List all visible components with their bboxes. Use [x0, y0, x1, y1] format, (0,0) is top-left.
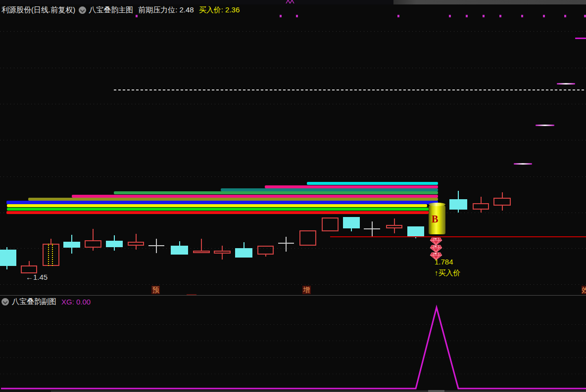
gridline: [0, 176, 586, 177]
candle-wick: [29, 261, 30, 265]
candle-body: [386, 225, 402, 228]
candle-wick: [114, 235, 115, 241]
candle-body: [43, 244, 59, 266]
resistance-dashed-line: [114, 89, 586, 90]
gridline: [0, 248, 586, 249]
candle-body: [171, 246, 188, 255]
candle-wick: [222, 246, 223, 251]
gridline: [0, 284, 586, 285]
candle-wick: [502, 206, 503, 211]
indicator-bar: [6, 201, 438, 204]
sub-chart-canvas: [0, 295, 586, 390]
candle-wick: [394, 218, 395, 225]
xg-line: [0, 295, 586, 390]
buy-signal-cylinder-top: [429, 203, 445, 206]
candle-wick: [136, 246, 137, 250]
candle-body: [235, 248, 252, 258]
event-tag-increase[interactable]: 增: [302, 286, 311, 294]
magenta-dot: [521, 15, 523, 17]
candle-wick: [93, 248, 94, 251]
magenta-dot: [499, 15, 501, 17]
candle-wick: [244, 242, 244, 248]
candle-body: [473, 203, 489, 210]
candle-body: [193, 251, 210, 253]
magenta-dot: [466, 15, 468, 17]
candle-body: [322, 218, 339, 231]
candle-body: [21, 265, 37, 273]
magenta-dot: [584, 15, 586, 17]
b-signal-label: B: [432, 214, 438, 225]
candle-body: [63, 242, 80, 248]
candle-wick: [458, 210, 459, 213]
candle-wick: [50, 239, 51, 244]
candle-wick: [201, 239, 202, 251]
event-tag-forecast[interactable]: 预: [151, 286, 160, 294]
magenta-dot: [296, 15, 298, 17]
candle-body: [0, 250, 16, 266]
candle-body: [257, 246, 274, 255]
magenta-dot: [564, 15, 566, 17]
indicator-bar: [6, 211, 429, 214]
doji-cross-v: [156, 239, 157, 253]
gridline: [0, 68, 586, 68]
candle-body: [493, 198, 511, 206]
candle-body: [407, 226, 424, 236]
magenta-dot: [280, 15, 282, 17]
gridline: [0, 140, 586, 140]
magenta-dash-segment: [557, 83, 575, 85]
indicator-bar: [7, 208, 429, 211]
candle-wick: [481, 197, 482, 203]
magenta-dot: [136, 15, 138, 17]
indicator-bar: [307, 182, 438, 185]
signal-buy-annotation: ↑买入价: [435, 268, 461, 278]
candle-wick: [502, 192, 503, 198]
candle-wick: [179, 241, 180, 246]
candle-wick: [6, 266, 7, 269]
magenta-dash-segment: [575, 38, 586, 39]
doji-cross-v: [286, 237, 287, 252]
candle-body: [128, 242, 144, 246]
candle-wick: [114, 247, 115, 251]
buy-price-line: [330, 236, 586, 237]
candle-body: [214, 251, 231, 254]
candle-wick: [481, 210, 482, 213]
magenta-dot: [397, 15, 399, 17]
candle-wick: [265, 255, 266, 257]
candle-wick: [458, 191, 459, 199]
candle-wick: [71, 248, 72, 254]
candle-body: [85, 240, 101, 248]
magenta-dot: [483, 15, 485, 17]
candle-wick: [351, 228, 352, 231]
candle-wick: [222, 254, 223, 260]
magenta-dot: [543, 15, 545, 17]
bottom-scrollbar-thumb[interactable]: [428, 390, 444, 392]
candle-body: [106, 241, 123, 247]
candle-wick: [93, 229, 94, 240]
magenta-dash-segment: [514, 163, 532, 165]
doji-cross-v: [372, 221, 373, 236]
low-price-annotation: ←1.45: [26, 273, 48, 281]
magenta-dot: [449, 15, 451, 17]
trading-app-window: 利源股份(日线.前复权) 八宝叠韵主图 前期压力位: 2.48 买入价: 2.3…: [0, 0, 586, 392]
candle-wick: [136, 234, 137, 242]
signal-price-annotation: 1.784: [435, 258, 453, 266]
indicator-bar: [7, 204, 427, 207]
candle-body: [449, 199, 467, 210]
gridline: [0, 31, 586, 32]
event-tag-clipped[interactable]: 效: [582, 286, 586, 294]
candle-body: [299, 230, 316, 246]
highlight-dotted-line: [48, 244, 49, 266]
highlight-dotted-line: [52, 244, 53, 266]
magenta-dash-segment: [536, 125, 554, 126]
indicator-bar: [114, 191, 438, 194]
candle-wick: [71, 235, 72, 242]
main-chart-canvas: [0, 0, 586, 295]
candle-wick: [394, 228, 395, 233]
gridline: [0, 104, 586, 104]
candle-body: [343, 217, 360, 228]
